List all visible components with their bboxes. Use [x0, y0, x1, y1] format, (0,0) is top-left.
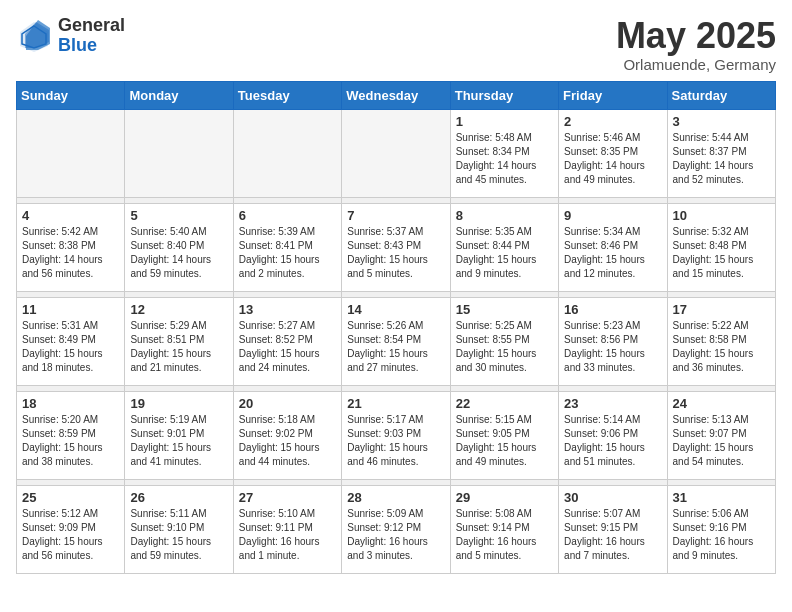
day-number: 28	[347, 490, 444, 505]
logo-general: General	[58, 16, 125, 36]
day-cell: 31Sunrise: 5:06 AMSunset: 9:16 PMDayligh…	[667, 485, 775, 573]
day-cell: 14Sunrise: 5:26 AMSunset: 8:54 PMDayligh…	[342, 297, 450, 385]
day-number: 5	[130, 208, 227, 223]
day-info: Sunrise: 5:31 AMSunset: 8:49 PMDaylight:…	[22, 319, 119, 375]
day-number: 27	[239, 490, 336, 505]
day-number: 23	[564, 396, 661, 411]
day-cell: 1Sunrise: 5:48 AMSunset: 8:34 PMDaylight…	[450, 109, 558, 197]
day-info: Sunrise: 5:26 AMSunset: 8:54 PMDaylight:…	[347, 319, 444, 375]
day-info: Sunrise: 5:17 AMSunset: 9:03 PMDaylight:…	[347, 413, 444, 469]
day-number: 24	[673, 396, 770, 411]
day-number: 14	[347, 302, 444, 317]
page-container: General Blue May 2025 Orlamuende, German…	[0, 0, 792, 590]
day-info: Sunrise: 5:09 AMSunset: 9:12 PMDaylight:…	[347, 507, 444, 563]
day-cell: 12Sunrise: 5:29 AMSunset: 8:51 PMDayligh…	[125, 297, 233, 385]
col-sunday: Sunday	[17, 81, 125, 109]
day-cell: 4Sunrise: 5:42 AMSunset: 8:38 PMDaylight…	[17, 203, 125, 291]
title-block: May 2025 Orlamuende, Germany	[616, 16, 776, 73]
day-cell: 25Sunrise: 5:12 AMSunset: 9:09 PMDayligh…	[17, 485, 125, 573]
day-number: 15	[456, 302, 553, 317]
week-row-1: 1Sunrise: 5:48 AMSunset: 8:34 PMDaylight…	[17, 109, 776, 197]
logo-blue: Blue	[58, 36, 125, 56]
week-row-3: 11Sunrise: 5:31 AMSunset: 8:49 PMDayligh…	[17, 297, 776, 385]
day-cell: 7Sunrise: 5:37 AMSunset: 8:43 PMDaylight…	[342, 203, 450, 291]
day-cell: 2Sunrise: 5:46 AMSunset: 8:35 PMDaylight…	[559, 109, 667, 197]
day-info: Sunrise: 5:15 AMSunset: 9:05 PMDaylight:…	[456, 413, 553, 469]
day-number: 22	[456, 396, 553, 411]
col-wednesday: Wednesday	[342, 81, 450, 109]
day-cell: 5Sunrise: 5:40 AMSunset: 8:40 PMDaylight…	[125, 203, 233, 291]
day-info: Sunrise: 5:48 AMSunset: 8:34 PMDaylight:…	[456, 131, 553, 187]
day-number: 21	[347, 396, 444, 411]
day-number: 1	[456, 114, 553, 129]
day-info: Sunrise: 5:11 AMSunset: 9:10 PMDaylight:…	[130, 507, 227, 563]
day-info: Sunrise: 5:37 AMSunset: 8:43 PMDaylight:…	[347, 225, 444, 281]
day-number: 16	[564, 302, 661, 317]
day-cell: 15Sunrise: 5:25 AMSunset: 8:55 PMDayligh…	[450, 297, 558, 385]
day-cell	[125, 109, 233, 197]
day-cell: 26Sunrise: 5:11 AMSunset: 9:10 PMDayligh…	[125, 485, 233, 573]
day-cell: 23Sunrise: 5:14 AMSunset: 9:06 PMDayligh…	[559, 391, 667, 479]
day-cell: 19Sunrise: 5:19 AMSunset: 9:01 PMDayligh…	[125, 391, 233, 479]
day-info: Sunrise: 5:13 AMSunset: 9:07 PMDaylight:…	[673, 413, 770, 469]
calendar-table: Sunday Monday Tuesday Wednesday Thursday…	[16, 81, 776, 574]
day-info: Sunrise: 5:46 AMSunset: 8:35 PMDaylight:…	[564, 131, 661, 187]
day-info: Sunrise: 5:40 AMSunset: 8:40 PMDaylight:…	[130, 225, 227, 281]
day-cell	[17, 109, 125, 197]
day-info: Sunrise: 5:19 AMSunset: 9:01 PMDaylight:…	[130, 413, 227, 469]
day-number: 2	[564, 114, 661, 129]
day-info: Sunrise: 5:10 AMSunset: 9:11 PMDaylight:…	[239, 507, 336, 563]
day-number: 26	[130, 490, 227, 505]
day-cell: 21Sunrise: 5:17 AMSunset: 9:03 PMDayligh…	[342, 391, 450, 479]
day-number: 9	[564, 208, 661, 223]
day-cell: 6Sunrise: 5:39 AMSunset: 8:41 PMDaylight…	[233, 203, 341, 291]
day-cell: 30Sunrise: 5:07 AMSunset: 9:15 PMDayligh…	[559, 485, 667, 573]
day-number: 17	[673, 302, 770, 317]
day-cell: 8Sunrise: 5:35 AMSunset: 8:44 PMDaylight…	[450, 203, 558, 291]
calendar-title: May 2025	[616, 16, 776, 56]
day-info: Sunrise: 5:39 AMSunset: 8:41 PMDaylight:…	[239, 225, 336, 281]
day-number: 19	[130, 396, 227, 411]
day-cell: 18Sunrise: 5:20 AMSunset: 8:59 PMDayligh…	[17, 391, 125, 479]
day-cell: 24Sunrise: 5:13 AMSunset: 9:07 PMDayligh…	[667, 391, 775, 479]
day-number: 10	[673, 208, 770, 223]
day-number: 20	[239, 396, 336, 411]
day-cell: 10Sunrise: 5:32 AMSunset: 8:48 PMDayligh…	[667, 203, 775, 291]
day-cell: 28Sunrise: 5:09 AMSunset: 9:12 PMDayligh…	[342, 485, 450, 573]
day-number: 12	[130, 302, 227, 317]
day-info: Sunrise: 5:25 AMSunset: 8:55 PMDaylight:…	[456, 319, 553, 375]
day-info: Sunrise: 5:29 AMSunset: 8:51 PMDaylight:…	[130, 319, 227, 375]
day-number: 31	[673, 490, 770, 505]
logo-icon	[16, 18, 52, 54]
day-cell: 17Sunrise: 5:22 AMSunset: 8:58 PMDayligh…	[667, 297, 775, 385]
day-info: Sunrise: 5:27 AMSunset: 8:52 PMDaylight:…	[239, 319, 336, 375]
day-info: Sunrise: 5:07 AMSunset: 9:15 PMDaylight:…	[564, 507, 661, 563]
day-number: 25	[22, 490, 119, 505]
day-info: Sunrise: 5:14 AMSunset: 9:06 PMDaylight:…	[564, 413, 661, 469]
day-cell: 27Sunrise: 5:10 AMSunset: 9:11 PMDayligh…	[233, 485, 341, 573]
day-cell	[233, 109, 341, 197]
day-info: Sunrise: 5:23 AMSunset: 8:56 PMDaylight:…	[564, 319, 661, 375]
col-saturday: Saturday	[667, 81, 775, 109]
day-info: Sunrise: 5:42 AMSunset: 8:38 PMDaylight:…	[22, 225, 119, 281]
day-number: 7	[347, 208, 444, 223]
day-cell: 13Sunrise: 5:27 AMSunset: 8:52 PMDayligh…	[233, 297, 341, 385]
day-info: Sunrise: 5:06 AMSunset: 9:16 PMDaylight:…	[673, 507, 770, 563]
day-cell: 9Sunrise: 5:34 AMSunset: 8:46 PMDaylight…	[559, 203, 667, 291]
day-cell: 11Sunrise: 5:31 AMSunset: 8:49 PMDayligh…	[17, 297, 125, 385]
day-cell: 20Sunrise: 5:18 AMSunset: 9:02 PMDayligh…	[233, 391, 341, 479]
day-info: Sunrise: 5:34 AMSunset: 8:46 PMDaylight:…	[564, 225, 661, 281]
header-row: Sunday Monday Tuesday Wednesday Thursday…	[17, 81, 776, 109]
week-row-5: 25Sunrise: 5:12 AMSunset: 9:09 PMDayligh…	[17, 485, 776, 573]
day-info: Sunrise: 5:35 AMSunset: 8:44 PMDaylight:…	[456, 225, 553, 281]
day-number: 18	[22, 396, 119, 411]
day-number: 13	[239, 302, 336, 317]
day-cell: 22Sunrise: 5:15 AMSunset: 9:05 PMDayligh…	[450, 391, 558, 479]
col-thursday: Thursday	[450, 81, 558, 109]
day-info: Sunrise: 5:20 AMSunset: 8:59 PMDaylight:…	[22, 413, 119, 469]
col-monday: Monday	[125, 81, 233, 109]
day-info: Sunrise: 5:08 AMSunset: 9:14 PMDaylight:…	[456, 507, 553, 563]
day-info: Sunrise: 5:44 AMSunset: 8:37 PMDaylight:…	[673, 131, 770, 187]
day-info: Sunrise: 5:32 AMSunset: 8:48 PMDaylight:…	[673, 225, 770, 281]
day-number: 3	[673, 114, 770, 129]
